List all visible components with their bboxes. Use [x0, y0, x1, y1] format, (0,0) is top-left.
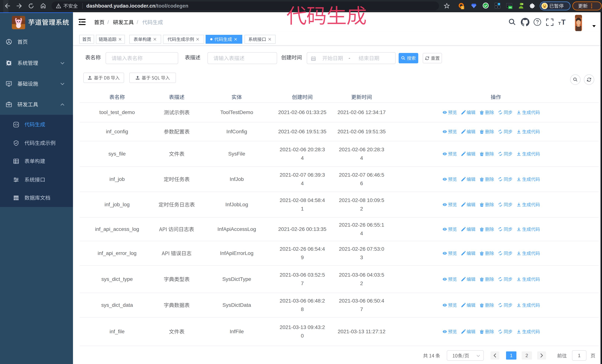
svg-text:on: on — [509, 6, 512, 9]
svg-text:T: T — [561, 19, 566, 26]
svg-text:T: T — [558, 21, 561, 26]
svg-text:1: 1 — [462, 6, 463, 9]
